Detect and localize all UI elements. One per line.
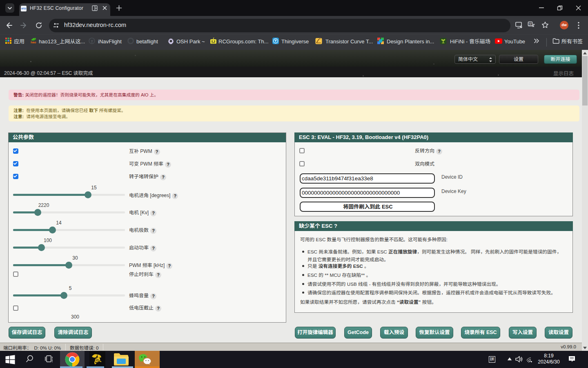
svg-text:文: 文 bbox=[529, 22, 532, 26]
svg-text:hao: hao bbox=[31, 40, 36, 44]
